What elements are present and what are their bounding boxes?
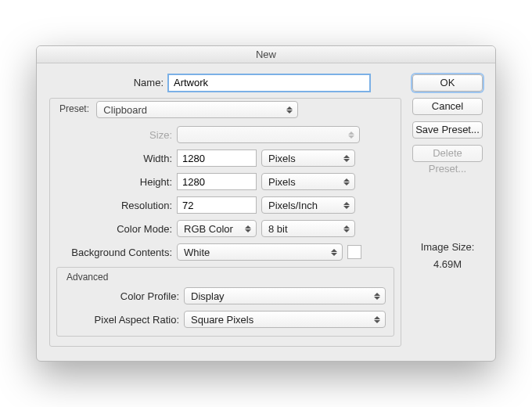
advanced-fieldset: Advanced Color Profile: Display Pixel As… <box>56 267 394 337</box>
updown-icon <box>342 153 351 164</box>
updown-icon <box>342 223 351 234</box>
width-unit-value: Pixels <box>268 153 296 164</box>
width-label: Width: <box>58 153 177 164</box>
window-title: New <box>37 46 495 63</box>
preset-fieldset: Preset: Clipboard Size: <box>49 98 401 348</box>
color-profile-value: Display <box>191 290 225 302</box>
width-input[interactable] <box>177 149 257 167</box>
updown-icon <box>329 247 339 258</box>
height-unit-select[interactable]: Pixels <box>261 173 355 190</box>
height-label: Height: <box>58 176 177 188</box>
preset-label: Preset: <box>59 104 89 115</box>
width-unit-select[interactable]: Pixels <box>261 149 355 167</box>
updown-icon <box>342 176 351 187</box>
color-mode-value: RGB Color <box>184 223 233 235</box>
updown-icon <box>243 223 253 234</box>
updown-icon <box>342 200 351 211</box>
updown-icon <box>372 290 382 301</box>
updown-icon <box>285 104 294 115</box>
pixel-aspect-select[interactable]: Square Pixels <box>184 311 386 328</box>
color-mode-select[interactable]: RGB Color <box>177 220 257 237</box>
pixel-aspect-value: Square Pixels <box>191 314 253 326</box>
color-depth-value: 8 bit <box>268 223 288 235</box>
size-select <box>177 126 360 143</box>
name-label: Name: <box>49 77 168 88</box>
bg-color-swatch[interactable] <box>347 245 361 259</box>
profile-label: Color Profile: <box>65 290 184 302</box>
image-size-value: 4.69M <box>412 256 483 273</box>
resolution-label: Resolution: <box>58 200 177 211</box>
image-size-label: Image Size: <box>412 239 483 256</box>
ok-button[interactable]: OK <box>412 74 483 92</box>
delete-preset-button: Delete Preset... <box>412 145 483 162</box>
color-depth-select[interactable]: 8 bit <box>261 220 355 237</box>
resolution-unit-value: Pixels/Inch <box>268 200 318 211</box>
height-input[interactable] <box>177 173 257 190</box>
button-column: OK Cancel Save Preset... Delete Preset..… <box>412 74 483 348</box>
advanced-legend: Advanced <box>63 272 111 283</box>
bg-contents-value: White <box>184 247 210 258</box>
updown-icon <box>372 314 382 325</box>
cancel-button[interactable]: Cancel <box>412 98 483 115</box>
image-size-info: Image Size: 4.69M <box>412 239 483 273</box>
dialog-content: Name: Preset: Clipboard Size: <box>37 63 495 362</box>
resolution-input[interactable] <box>177 196 257 214</box>
bg-label: Background Contents: <box>58 247 177 258</box>
color-mode-label: Color Mode: <box>58 223 177 235</box>
form-area: Name: Preset: Clipboard Size: <box>49 74 412 348</box>
save-preset-button[interactable]: Save Preset... <box>412 121 483 139</box>
new-document-dialog: New Name: Preset: Clipboard Size: <box>36 45 496 362</box>
par-label: Pixel Aspect Ratio: <box>65 314 184 326</box>
updown-icon <box>347 129 356 140</box>
size-label: Size: <box>58 129 177 141</box>
name-input[interactable] <box>168 74 370 92</box>
preset-value: Clipboard <box>103 104 147 116</box>
color-profile-select[interactable]: Display <box>184 287 386 304</box>
preset-select[interactable]: Clipboard <box>96 101 298 118</box>
height-unit-value: Pixels <box>268 176 296 188</box>
resolution-unit-select[interactable]: Pixels/Inch <box>261 196 355 214</box>
bg-contents-select[interactable]: White <box>177 243 343 261</box>
